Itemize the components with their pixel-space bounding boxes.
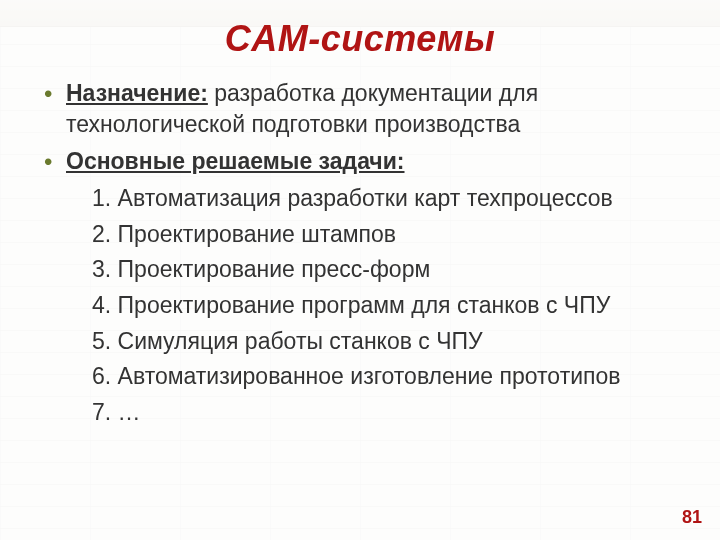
tasks-list: Автоматизация разработки карт техпроцесс… <box>66 181 680 430</box>
bullet-purpose-label: Назначение: <box>66 80 208 106</box>
list-item: … <box>92 395 680 431</box>
list-item: Проектирование пресс-форм <box>92 252 680 288</box>
list-item: Проектирование штампов <box>92 217 680 253</box>
bullet-list: Назначение: разработка документации для … <box>40 78 680 431</box>
list-item: Симуляция работы станков с ЧПУ <box>92 324 680 360</box>
list-item: Проектирование программ для станков с ЧП… <box>92 288 680 324</box>
page-number: 81 <box>682 507 702 528</box>
list-item: Автоматизированное изготовление прототип… <box>92 359 680 395</box>
slide-title: CAM-системы <box>40 18 680 60</box>
list-item: Автоматизация разработки карт техпроцесс… <box>92 181 680 217</box>
bullet-tasks: Основные решаемые задачи: Автоматизация … <box>40 146 680 431</box>
slide-content: CAM-системы Назначение: разработка докум… <box>0 0 720 540</box>
bullet-purpose: Назначение: разработка документации для … <box>40 78 680 140</box>
bullet-tasks-label: Основные решаемые задачи: <box>66 148 405 174</box>
